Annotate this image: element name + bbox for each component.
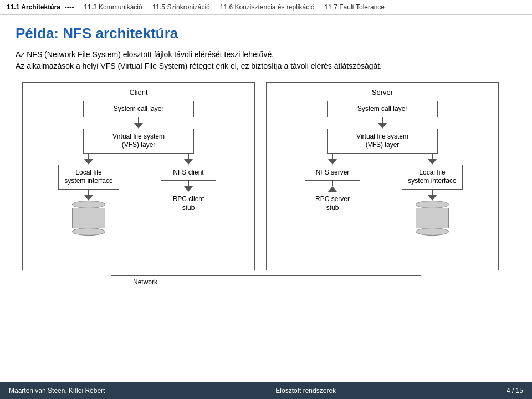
nav-dots: ▪▪▪▪ (64, 3, 74, 11)
client-right-col: NFS client RPC clientstub (139, 154, 238, 216)
server-cylinder (416, 201, 449, 236)
arrow-down-rpc (184, 186, 193, 192)
vline-left (88, 154, 89, 159)
footer-right: 4 / 15 (507, 387, 523, 395)
vline-right (188, 154, 189, 159)
server-vline-left (332, 154, 333, 159)
server-label: Server (272, 88, 493, 96)
nav-item-konz[interactable]: 11.6 Konzisztencia és replikáció (220, 3, 315, 11)
server-vline-right (432, 154, 433, 159)
client-rpc-box: RPC clientstub (161, 192, 216, 216)
footer-left: Maarten van Steen, Kitlei Róbert (9, 387, 105, 395)
footer-center: Elosztott rendszerek (275, 387, 336, 395)
cyl-body (72, 208, 105, 228)
server-box: Server System call layer Virtual file sy… (266, 82, 499, 270)
cyl-top (72, 201, 105, 208)
server-vfs-box: Virtual file system(VFS) layer (327, 129, 438, 154)
server-arrow-up-rpc (328, 186, 337, 192)
server-right-col: Local filesystem interface (382, 154, 482, 236)
arrow-line-1 (138, 117, 139, 123)
server-vline-rpc (332, 181, 333, 186)
client-left-col: Local filesystem interface (39, 154, 139, 236)
arrow-down-1 (134, 123, 143, 129)
arrow-down-nfs (184, 159, 193, 165)
client-inner: System call layer Virtual file system(VF… (28, 101, 249, 236)
server-cyl-bottom (416, 228, 449, 236)
desc2: Az alkalmazások a helyi VFS (Virtual Fil… (16, 62, 382, 70)
vline-local-down (88, 190, 89, 195)
server-cyl-body (416, 208, 449, 228)
nav-item-sync[interactable]: 11.5 Szinkronizáció (152, 3, 210, 11)
client-label: Client (28, 88, 249, 96)
nav-label-arch: 11.1 Architektúra (7, 3, 60, 11)
arrow-down-local (84, 159, 93, 165)
client-nfsclient-box: NFS client (161, 165, 216, 181)
server-localfs-box: Local filesystem interface (402, 165, 463, 190)
server-left-col: NFS server RPC serverstub (283, 154, 382, 216)
client-cylinder (72, 201, 105, 236)
description: Az NFS (Network File System) elosztott f… (16, 49, 516, 72)
desc1: Az NFS (Network File System) elosztott f… (16, 50, 274, 59)
server-syscall-box: System call layer (327, 101, 438, 117)
page-title: Példa: NFS architektúra (16, 25, 516, 42)
nav-item-arch[interactable]: 11.1 Architektúra ▪▪▪▪ (7, 3, 74, 11)
network-label: Network (133, 278, 157, 286)
top-navigation: 11.1 Architektúra ▪▪▪▪ 11.3 Kommunikáció… (0, 0, 532, 15)
arrow-down-cyl (84, 195, 93, 201)
server-arrow-down-nfs (328, 159, 337, 165)
server-nfsserver-box: NFS server (305, 165, 360, 181)
network-section: Network (22, 274, 510, 286)
server-cyl-top (416, 201, 449, 208)
server-rpc-box: RPC serverstub (305, 192, 360, 216)
cyl-bottom (72, 228, 105, 236)
nav-item-fault[interactable]: 11.7 Fault Tolerance (325, 3, 385, 11)
bottom-bar: Maarten van Steen, Kitlei Róbert Eloszto… (0, 382, 532, 399)
client-vfs-box: Virtual file system(VFS) layer (83, 129, 194, 154)
server-arrow-line-1 (382, 117, 383, 123)
server-inner: System call layer Virtual file system(VF… (272, 101, 493, 236)
nav-item-komm[interactable]: 11.3 Kommunikáció (84, 3, 142, 11)
server-arrow-down-local (428, 159, 437, 165)
vline-rpc-down (188, 181, 189, 186)
diagram-columns: Client System call layer Virtual file sy… (22, 82, 510, 270)
server-arrow-down-cyl (428, 195, 437, 201)
diagram-area: Client System call layer Virtual file sy… (16, 82, 516, 286)
server-arrow-down-1 (378, 123, 387, 129)
client-localfs-box: Local filesystem interface (58, 165, 119, 190)
server-vline-local-down (432, 190, 433, 195)
client-syscall-box: System call layer (83, 101, 194, 117)
client-box: Client System call layer Virtual file sy… (22, 82, 255, 270)
main-content: Példa: NFS architektúra Az NFS (Network … (0, 15, 532, 286)
